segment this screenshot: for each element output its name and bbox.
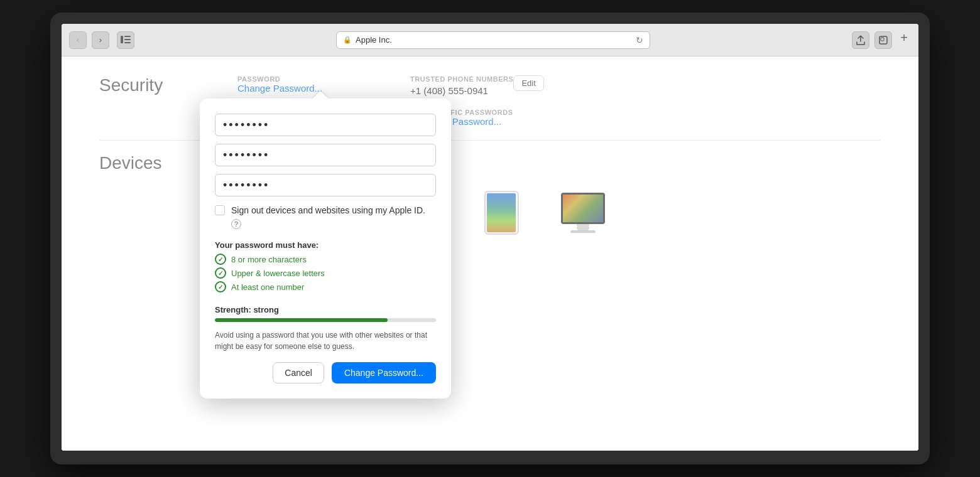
browser-actions: + [852, 31, 911, 49]
requirement-2-text: Upper & lowercase letters [231, 269, 325, 278]
back-icon: ‹ [77, 35, 79, 45]
checkmark-2: ✓ [218, 270, 223, 277]
strength-label: Strength: strong [215, 305, 436, 314]
svg-rect-2 [124, 39, 131, 40]
requirement-3-text: At least one number [231, 282, 304, 292]
signout-checkbox[interactable] [215, 205, 225, 215]
sidebar-toggle-button[interactable] [117, 31, 134, 49]
share-button[interactable] [852, 31, 869, 49]
signout-row: Sign out devices and websites using my A… [215, 204, 436, 230]
lock-icon: 🔒 [343, 36, 352, 44]
modal-buttons: Cancel Change Password... [215, 362, 436, 383]
address-bar[interactable]: 🔒 Apple Inc. ↻ [336, 31, 650, 49]
requirements-section: Your password must have: ✓ 8 or more cha… [215, 240, 436, 295]
current-password-input[interactable] [215, 114, 436, 136]
avoid-text: Avoid using a password that you use with… [215, 330, 436, 352]
new-password-input[interactable] [215, 144, 436, 166]
strength-bar-fill [215, 318, 388, 322]
modal-arrow [313, 91, 328, 99]
svg-rect-5 [881, 38, 884, 41]
modal-overlay: Sign out devices and websites using my A… [62, 56, 918, 451]
forward-button[interactable]: › [92, 31, 109, 49]
signout-text: Sign out devices and websites using my A… [231, 204, 436, 230]
strength-bar-container [215, 318, 436, 322]
requirement-1-text: 8 or more characters [231, 255, 307, 264]
modal-container: Sign out devices and websites using my A… [200, 91, 451, 399]
svg-rect-3 [124, 42, 131, 43]
signout-label: Sign out devices and websites using my A… [231, 205, 425, 215]
url-text: Apple Inc. [356, 35, 392, 45]
strength-section: Strength: strong [215, 305, 436, 322]
requirement-characters: ✓ 8 or more characters [215, 254, 436, 265]
help-icon[interactable]: ? [231, 219, 241, 229]
svg-rect-0 [121, 36, 123, 43]
check-circle-3: ✓ [215, 281, 226, 292]
checkmark-1: ✓ [218, 256, 223, 263]
reload-icon[interactable]: ↻ [636, 35, 643, 45]
confirm-password-input[interactable] [215, 174, 436, 196]
add-tab-button[interactable] [874, 31, 892, 49]
requirement-letters: ✓ Upper & lowercase letters [215, 267, 436, 279]
change-password-button[interactable]: Change Password... [332, 362, 436, 383]
browser-chrome: ‹ › 🔒 Apple Inc. [62, 24, 918, 56]
check-circle-2: ✓ [215, 267, 226, 279]
laptop-frame: ‹ › 🔒 Apple Inc. [50, 13, 930, 464]
svg-rect-1 [124, 36, 131, 37]
check-circle-1: ✓ [215, 254, 226, 265]
new-tab-button[interactable]: + [897, 31, 911, 45]
screen: ‹ › 🔒 Apple Inc. [62, 24, 918, 451]
checkmark-3: ✓ [218, 284, 223, 291]
back-button[interactable]: ‹ [69, 31, 87, 49]
change-password-modal: Sign out devices and websites using my A… [200, 99, 451, 399]
sidebar-icon [121, 35, 131, 46]
cancel-button[interactable]: Cancel [273, 362, 324, 383]
page-content: Security PASSWORD Change Password... TRU… [62, 56, 918, 451]
requirement-number: ✓ At least one number [215, 281, 436, 292]
requirements-title: Your password must have: [215, 240, 436, 250]
forward-icon: › [99, 35, 102, 45]
